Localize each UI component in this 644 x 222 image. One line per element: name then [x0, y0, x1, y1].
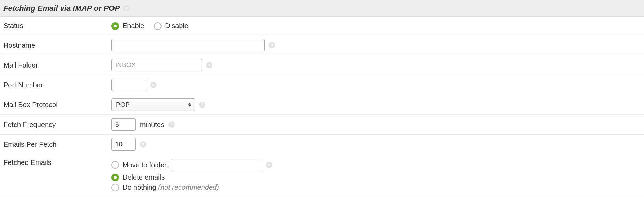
label-fetch-frequency: Fetch Frequency: [3, 121, 111, 129]
row-mail-folder: Mail Folder ?: [0, 55, 644, 75]
radio-icon: [111, 184, 119, 191]
help-icon[interactable]: ?: [168, 121, 175, 128]
fetch-frequency-unit: minutes: [140, 121, 164, 129]
label-protocol: Mail Box Protocol: [3, 101, 111, 109]
fetched-nothing-label: Do nothing (not recommended): [123, 183, 219, 191]
row-port-number: Port Number ?: [0, 75, 644, 95]
label-mail-folder: Mail Folder: [3, 61, 111, 69]
fetched-nothing-hint: (not recommended): [158, 183, 219, 191]
label-hostname: Hostname: [3, 41, 111, 49]
mail-folder-field-group: ?: [111, 59, 212, 71]
label-fetched-emails: Fetched Emails: [3, 159, 111, 167]
label-emails-per-fetch: Emails Per Fetch: [3, 141, 111, 149]
help-icon[interactable]: ?: [199, 102, 205, 108]
hostname-field-group: ?: [111, 39, 275, 51]
help-icon[interactable]: ?: [140, 141, 146, 148]
chevron-updown-icon: [188, 103, 191, 107]
radio-icon: [154, 22, 162, 30]
row-protocol: Mail Box Protocol POP ?: [0, 95, 644, 115]
row-status: Status Enable Disable: [0, 17, 644, 35]
fetched-nothing-text: Do nothing: [123, 183, 156, 191]
label-port-number: Port Number: [3, 81, 111, 89]
section-header: Fetching Email via IMAP or POP ?: [0, 0, 644, 17]
emails-per-fetch-field-group: ?: [111, 138, 146, 151]
row-fetched-emails: Fetched Emails Move to folder: ? Delete …: [0, 154, 644, 195]
fetched-delete-label: Delete emails: [123, 173, 165, 181]
help-icon[interactable]: ?: [150, 82, 157, 88]
fetched-nothing-option[interactable]: Do nothing (not recommended): [111, 183, 219, 191]
section-title: Fetching Email via IMAP or POP: [3, 4, 120, 13]
fetched-move-label: Move to folder:: [123, 161, 168, 169]
emails-per-fetch-input[interactable]: [111, 138, 136, 151]
radio-icon: [111, 174, 119, 181]
help-icon[interactable]: ?: [266, 162, 272, 168]
row-emails-per-fetch: Emails Per Fetch ?: [0, 135, 644, 154]
help-icon[interactable]: ?: [269, 42, 275, 48]
status-enable-option[interactable]: Enable: [111, 22, 144, 30]
port-number-field-group: ?: [111, 79, 157, 91]
radio-icon: [111, 22, 119, 30]
row-fetch-frequency: Fetch Frequency minutes ?: [0, 115, 644, 135]
mail-folder-input[interactable]: [111, 59, 202, 71]
fetch-frequency-input[interactable]: [111, 118, 136, 131]
status-radio-group: Enable Disable: [111, 22, 188, 30]
hostname-input[interactable]: [111, 39, 265, 51]
protocol-select-value: POP: [111, 98, 195, 111]
help-icon[interactable]: ?: [206, 62, 212, 68]
status-disable-option[interactable]: Disable: [154, 22, 188, 30]
fetch-frequency-field-group: minutes ?: [111, 118, 175, 131]
port-number-input[interactable]: [111, 79, 146, 91]
protocol-field-group: POP ?: [111, 98, 205, 111]
status-disable-label: Disable: [165, 22, 188, 30]
fetched-emails-options: Move to folder: ? Delete emails Do nothi…: [111, 159, 272, 191]
protocol-select[interactable]: POP: [111, 98, 195, 111]
fetched-emails-move-row: Move to folder: ?: [111, 159, 272, 171]
radio-icon: [111, 161, 119, 169]
status-enable-label: Enable: [123, 22, 144, 30]
move-folder-input[interactable]: [172, 159, 262, 171]
fetched-move-option[interactable]: Move to folder:: [111, 161, 168, 169]
row-hostname: Hostname ?: [0, 35, 644, 55]
help-icon[interactable]: ?: [123, 5, 129, 11]
label-status: Status: [3, 22, 111, 30]
fetched-delete-option[interactable]: Delete emails: [111, 173, 165, 181]
